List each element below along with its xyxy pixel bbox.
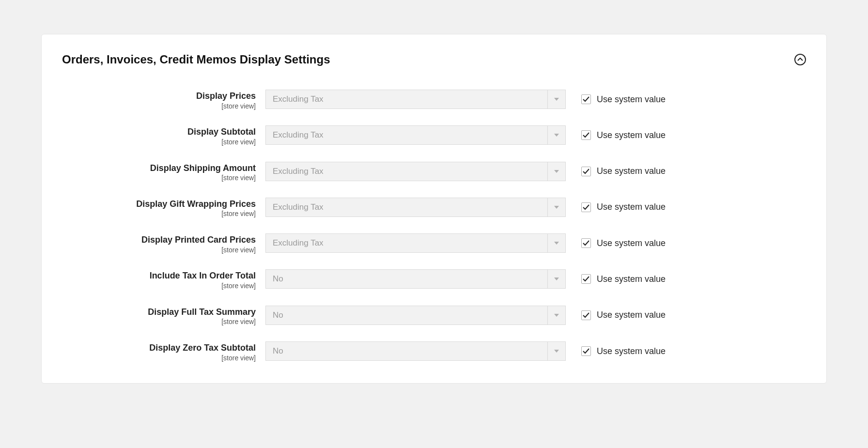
field-select-value: No [265,341,547,361]
dropdown-arrow [547,341,566,361]
chevron-down-icon [554,98,559,101]
field-select[interactable]: Excluding Tax [265,162,566,181]
dropdown-arrow [547,125,566,145]
field-label-col: Display Prices [store view] [62,90,265,110]
field-label-col: Display Zero Tax Subtotal [store view] [62,341,265,362]
field-use-system-col: Use system value [566,198,666,217]
field-row: Display Subtotal [store view] Excluding … [62,125,806,146]
fields-list: Display Prices [store view] Excluding Ta… [62,90,806,362]
check-icon [583,240,589,246]
field-select-col: No [265,269,566,289]
field-select-col: Excluding Tax [265,233,566,253]
use-system-label: Use system value [597,202,666,212]
field-scope: [store view] [62,282,256,290]
field-select-col: No [265,306,566,325]
chevron-up-icon [797,58,803,62]
use-system-checkbox[interactable] [581,310,591,320]
dropdown-arrow [547,233,566,253]
field-label: Display Full Tax Summary [62,307,256,318]
field-select-value: Excluding Tax [265,162,547,181]
use-system-checkbox[interactable] [581,202,591,212]
field-label: Display Gift Wrapping Prices [62,199,256,210]
field-select-value: Excluding Tax [265,125,547,145]
field-label: Display Zero Tax Subtotal [62,342,256,354]
field-select[interactable]: Excluding Tax [265,198,566,217]
field-label: Display Subtotal [62,126,256,138]
chevron-down-icon [554,242,559,245]
check-icon [583,276,589,282]
field-scope: [store view] [62,246,256,254]
field-scope: [store view] [62,318,256,326]
use-system-label: Use system value [597,238,666,248]
field-label: Display Prices [62,91,256,102]
use-system-label: Use system value [597,310,666,320]
field-row: Display Printed Card Prices [store view]… [62,233,806,254]
use-system-checkbox[interactable] [581,167,591,176]
use-system-label: Use system value [597,166,666,176]
chevron-down-icon [554,206,559,209]
field-select-value: Excluding Tax [265,198,547,217]
field-label: Display Shipping Amount [62,163,256,174]
check-icon [583,96,589,102]
field-row: Display Shipping Amount [store view] Exc… [62,162,806,182]
field-label: Include Tax In Order Total [62,270,256,281]
field-scope: [store view] [62,174,256,182]
field-use-system-col: Use system value [566,233,666,253]
dropdown-arrow [547,162,566,181]
dropdown-arrow [547,90,566,109]
section-title: Orders, Invoices, Credit Memos Display S… [62,53,330,66]
field-select[interactable]: Excluding Tax [265,233,566,253]
field-label-col: Display Shipping Amount [store view] [62,162,265,182]
use-system-label: Use system value [597,94,666,105]
field-select-value: No [265,306,547,325]
collapse-button[interactable] [794,54,806,65]
field-row: Display Gift Wrapping Prices [store view… [62,198,806,218]
use-system-checkbox[interactable] [581,238,591,248]
chevron-down-icon [554,134,559,137]
dropdown-arrow [547,198,566,217]
field-use-system-col: Use system value [566,341,666,361]
field-row: Display Zero Tax Subtotal [store view] N… [62,341,806,362]
chevron-down-icon [554,350,559,353]
dropdown-arrow [547,306,566,325]
field-scope: [store view] [62,354,256,362]
field-label-col: Display Subtotal [store view] [62,125,265,146]
check-icon [583,312,589,318]
field-row: Display Prices [store view] Excluding Ta… [62,90,806,110]
check-icon [583,204,589,210]
field-row: Display Full Tax Summary [store view] No… [62,306,806,326]
field-label-col: Display Gift Wrapping Prices [store view… [62,198,265,218]
field-select-col: Excluding Tax [265,162,566,181]
field-select[interactable]: No [265,306,566,325]
check-icon [583,132,589,138]
use-system-label: Use system value [597,274,666,284]
field-scope: [store view] [62,138,256,146]
field-label-col: Display Full Tax Summary [store view] [62,306,265,326]
use-system-checkbox[interactable] [581,274,591,284]
field-select[interactable]: No [265,269,566,289]
field-select-value: Excluding Tax [265,90,547,109]
field-select[interactable]: Excluding Tax [265,90,566,109]
use-system-label: Use system value [597,346,666,356]
field-select-col: Excluding Tax [265,198,566,217]
field-select-value: Excluding Tax [265,233,547,253]
use-system-label: Use system value [597,130,666,140]
field-label-col: Display Printed Card Prices [store view] [62,233,265,254]
check-icon [583,348,589,354]
field-select-col: Excluding Tax [265,125,566,145]
field-label-col: Include Tax In Order Total [store view] [62,269,265,290]
use-system-checkbox[interactable] [581,130,591,140]
field-row: Include Tax In Order Total [store view] … [62,269,806,290]
panel-header: Orders, Invoices, Credit Memos Display S… [62,53,806,66]
chevron-down-icon [554,314,559,317]
chevron-down-icon [554,278,559,280]
field-use-system-col: Use system value [566,306,666,325]
use-system-checkbox[interactable] [581,94,591,104]
field-select[interactable]: No [265,341,566,361]
field-use-system-col: Use system value [566,162,666,181]
dropdown-arrow [547,269,566,289]
field-select[interactable]: Excluding Tax [265,125,566,145]
chevron-down-icon [554,170,559,173]
field-scope: [store view] [62,102,256,110]
use-system-checkbox[interactable] [581,346,591,356]
